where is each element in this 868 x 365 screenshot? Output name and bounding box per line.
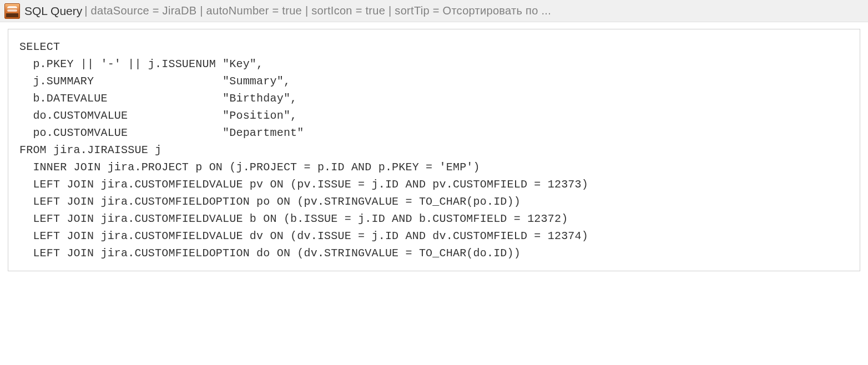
- icon-script-label: [6, 13, 18, 17]
- database-icon: [4, 3, 20, 19]
- macro-header[interactable]: SQL Query | dataSource = JiraDB | autoNu…: [0, 0, 868, 22]
- code-editor[interactable]: SELECT p.PKEY || '-' || j.ISSUENUM "Key"…: [8, 29, 860, 271]
- macro-title: SQL Query: [24, 4, 82, 18]
- macro-container: SQL Query | dataSource = JiraDB | autoNu…: [0, 0, 868, 271]
- sql-code-content[interactable]: SELECT p.PKEY || '-' || j.ISSUENUM "Key"…: [19, 38, 849, 262]
- macro-params: | dataSource = JiraDB | autoNumber = tru…: [84, 4, 551, 17]
